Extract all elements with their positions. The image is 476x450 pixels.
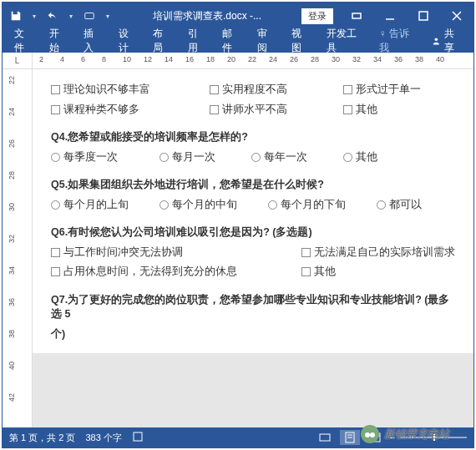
ruler-tick: 38 — [415, 55, 423, 63]
undo-icon[interactable] — [46, 9, 59, 23]
ribbon-tabs: 文件 开始 插入 设计 布局 引用 邮件 审阅 视图 开发工具 ♀ 告诉我 共享 — [3, 29, 473, 53]
touch-mode-icon[interactable] — [83, 9, 96, 23]
ruler-tick: 28 — [8, 171, 16, 179]
option-label: 无法满足自己的实际培训需求 — [314, 245, 455, 260]
option-label: 每季度一次 — [63, 150, 118, 165]
svg-rect-1 — [352, 13, 361, 18]
ruler-tick: 18 — [206, 55, 215, 63]
svg-rect-0 — [85, 13, 94, 19]
checkbox-option[interactable]: 其他 — [343, 103, 377, 118]
checkbox-option[interactable]: 其他 — [301, 265, 336, 280]
ruler-tick: 40 — [436, 55, 444, 63]
ruler-horizontal: L 246810121416182022242628303234363840 — [3, 53, 473, 69]
ruler-tick: 8 — [102, 55, 106, 63]
radio-option[interactable]: 每个月的中旬 — [160, 198, 268, 213]
ruler-tick: 30 — [332, 55, 340, 63]
option-label: 讲师水平不高 — [222, 103, 287, 118]
ruler-tick: 36 — [8, 298, 16, 306]
option-label: 理论知识不够丰富 — [63, 83, 150, 98]
ruler-tick: 14 — [165, 55, 173, 63]
question-6: Q6.有时候您认为公司培训难以吸引您是因为? (多选题) — [51, 225, 455, 240]
radio-option[interactable]: 每年一次 — [251, 150, 343, 165]
checkbox-icon — [51, 248, 60, 257]
checkbox-option[interactable]: 理论知识不够丰富 — [51, 83, 210, 98]
document-title: 培训需求调查表.docx -... — [113, 9, 301, 23]
radio-icon — [377, 200, 386, 210]
radio-icon — [160, 153, 169, 162]
option-label: 每个月的中旬 — [172, 198, 237, 213]
ruler-corner: L — [3, 53, 33, 68]
svg-rect-7 — [134, 432, 142, 441]
word-count[interactable]: 383 个字 — [85, 432, 121, 444]
option-label: 每个月的上旬 — [63, 198, 129, 213]
ruler-tick: 34 — [373, 55, 382, 63]
ruler-tick: 24 — [8, 108, 16, 116]
login-button[interactable]: 登录 — [301, 8, 333, 24]
ruler-vertical: 2224262830323436384042 — [3, 69, 33, 427]
watermark-text: 新锐荣充电站 — [384, 427, 449, 442]
print-layout-button[interactable] — [340, 430, 360, 445]
checkbox-option[interactable]: 形式过于单一 — [343, 83, 421, 98]
read-mode-button[interactable] — [315, 430, 335, 445]
checkbox-icon — [51, 85, 60, 94]
checkbox-option[interactable]: 课程种类不够多 — [51, 103, 210, 118]
ruler-tick: 28 — [311, 55, 319, 63]
option-label: 与工作时间冲突无法协调 — [63, 245, 183, 260]
ruler-tick: 30 — [8, 203, 16, 211]
option-label: 都可以 — [389, 198, 422, 213]
qat-caret-1[interactable]: ▾ — [33, 13, 36, 20]
watermark: 新锐荣充电站 — [361, 425, 449, 443]
qat-caret-2[interactable]: ▾ — [69, 13, 73, 20]
radio-option[interactable]: 每个月的上旬 — [51, 198, 160, 213]
page: 理论知识不够丰富 实用程度不高 形式过于单一 课程种类不够多 讲师水平不高 其他… — [33, 69, 473, 353]
ruler-tick: 42 — [8, 393, 16, 402]
option-label: 其他 — [356, 150, 377, 165]
ruler-tick: 34 — [8, 266, 16, 275]
save-icon[interactable] — [9, 9, 23, 23]
option-label: 实用程度不高 — [222, 83, 287, 98]
svg-rect-8 — [320, 434, 330, 441]
checkbox-option[interactable]: 讲师水平不高 — [210, 103, 343, 118]
radio-option[interactable]: 其他 — [343, 150, 377, 165]
svg-rect-3 — [419, 12, 428, 20]
ruler-tick: 22 — [248, 55, 256, 63]
radio-option[interactable]: 都可以 — [377, 198, 422, 213]
option-label: 其他 — [356, 103, 377, 118]
checkbox-option[interactable]: 无法满足自己的实际培训需求 — [301, 245, 455, 260]
radio-option[interactable]: 每月一次 — [160, 150, 251, 165]
tell-me-label: 告诉我 — [379, 28, 409, 53]
svg-point-14 — [365, 432, 370, 437]
checkbox-icon — [343, 105, 352, 114]
checkbox-icon — [210, 85, 219, 94]
ruler-tick: 12 — [144, 55, 152, 63]
ruler-tick: 10 — [123, 55, 131, 63]
ruler-tick: 26 — [290, 55, 298, 63]
checkbox-option[interactable]: 实用程度不高 — [210, 83, 343, 98]
document-area[interactable]: 理论知识不够丰富 实用程度不高 形式过于单一 课程种类不够多 讲师水平不高 其他… — [33, 69, 473, 427]
question-5: Q5.如果集团组织去外地进行培训，您希望是在什么时候? — [51, 178, 455, 193]
ruler-tick: 16 — [185, 55, 194, 63]
radio-icon — [268, 200, 277, 210]
checkbox-option[interactable]: 占用休息时间，无法得到充分的休息 — [51, 265, 301, 280]
ruler-tick: 38 — [8, 330, 16, 338]
svg-point-15 — [370, 432, 375, 437]
page-indicator[interactable]: 第 1 页，共 2 页 — [9, 432, 75, 444]
checkbox-option[interactable]: 与工作时间冲突无法协调 — [51, 245, 301, 260]
ruler-tick: 6 — [81, 55, 85, 63]
option-label: 每月一次 — [172, 150, 215, 165]
radio-icon — [51, 153, 60, 162]
option-label: 占用休息时间，无法得到充分的休息 — [63, 265, 237, 280]
radio-option[interactable]: 每季度一次 — [51, 150, 160, 165]
svg-point-6 — [435, 38, 438, 41]
ruler-tick: 24 — [269, 55, 277, 63]
ruler-tick: 36 — [394, 55, 403, 63]
qat-caret-3[interactable]: ▾ — [106, 13, 109, 20]
ruler-tick: 26 — [8, 139, 16, 148]
option-label: 每个月的下旬 — [281, 198, 346, 213]
ruler-tick: 32 — [352, 55, 361, 63]
spell-check-icon[interactable] — [132, 431, 144, 444]
checkbox-icon — [51, 105, 60, 114]
checkbox-icon — [51, 267, 60, 276]
radio-option[interactable]: 每个月的下旬 — [268, 198, 377, 213]
checkbox-icon — [301, 248, 311, 257]
